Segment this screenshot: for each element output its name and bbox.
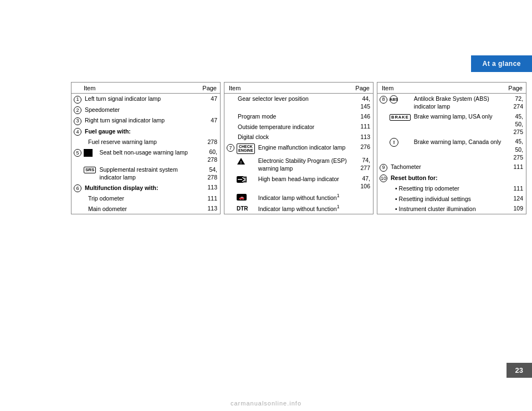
row-num-7: 7 (227, 144, 234, 152)
table-row: 5 Seat belt non-usage warning lamp 60,27… (71, 147, 221, 165)
row6trip-page: 111 (199, 193, 220, 203)
table3-page-header: Page (505, 83, 526, 94)
tables-wrapper: Item Page 1 Left turn signal indicator l… (71, 82, 526, 214)
t2r8-page (352, 192, 373, 203)
row6main-item: Main odometer (83, 204, 199, 214)
table-row: 1 Left turn signal indicator lamp 47 (71, 94, 221, 105)
row2-item: Speedometer (83, 105, 199, 116)
t2r3-item: Outside temperature indicator (236, 122, 352, 132)
srs-icon: SRS (84, 167, 96, 173)
table-row: Outside temperature indicator 111 (224, 122, 374, 132)
table-row: BRAKE Brake warning lamp, USA only 45,50… (377, 111, 526, 137)
row6trip-item: Trip odometer (83, 193, 199, 203)
row-num-4: 4 (74, 128, 81, 136)
table-2: Item Page Gear selector lever position 4… (224, 82, 374, 214)
table-row: 2 Speedometer (71, 105, 221, 116)
t2r1-item: Gear selector lever position (236, 94, 352, 112)
row1-page: 47 (199, 94, 220, 105)
brake-badge-usa: BRAKE (390, 114, 411, 121)
table-row: 7 CHECKENGINE Engine malfunction indicat… (224, 142, 374, 156)
row4-page (199, 126, 220, 137)
table-row: 8 ABS Antilock Brake System (ABS) indica… (377, 94, 526, 112)
abs-icon: ABS (390, 95, 398, 104)
svg-text:🚗: 🚗 (239, 194, 244, 200)
row4sub-page: 278 (199, 137, 220, 147)
row1-item: Left turn signal indicator lamp (83, 94, 199, 105)
car-icon: 🚗 (237, 194, 247, 201)
t3r6-item: • Resetting trip odometer (388, 183, 505, 193)
t3r3-item: Brake warning lamp, Canada only (412, 137, 505, 162)
t3r4-page: 111 (505, 162, 526, 173)
table-3: Item Page 8 ABS Antilock Brake System (A… (377, 82, 526, 214)
row-num-10: 10 (380, 174, 387, 182)
row5srs-item: Supplemental restraint system indicator … (97, 165, 199, 183)
row-num-3: 3 (74, 117, 81, 125)
table-row: 4 Fuel gauge with: (71, 126, 221, 137)
table-row: DTR Indicator lamp without function1 (224, 203, 374, 214)
t2r7-page: 47,106 (352, 174, 373, 192)
row5-page: 60,278 (199, 147, 220, 165)
table1-item-header: Item (71, 83, 200, 94)
seatbelt-icon (84, 149, 93, 157)
t3r1-item: Antilock Brake System (ABS) indicator la… (412, 94, 505, 112)
t3r4-item: Tachometer (388, 162, 505, 173)
table2-item-header: Item (224, 83, 352, 94)
row2-page (199, 105, 220, 116)
t2r4-page: 113 (352, 132, 373, 142)
table2-page-header: Page (352, 83, 373, 94)
t2r2-item: Program mode (236, 111, 352, 122)
t3r3-page: 45,50,275 (505, 137, 526, 162)
dtr-badge: DTR (237, 206, 248, 212)
row6main-page: 113 (199, 204, 220, 214)
row-num-6: 6 (74, 184, 81, 192)
row5-item: Seat belt non-usage warning lamp (97, 147, 199, 165)
table-row: 🚗 Indicator lamp without function1 (224, 192, 374, 203)
t3r5-page (505, 173, 526, 184)
table-row: SRS Supplemental restraint system indica… (71, 165, 221, 183)
table-row: Program mode 146 (224, 111, 374, 122)
t2r6-item: Electronic Stability Program (ESP) warni… (256, 156, 352, 174)
t2r4-item: Digital clock (236, 132, 352, 142)
highbeam-icon (237, 176, 247, 183)
table-row: 6 Multifunction display with: 113 (71, 183, 221, 194)
table-row: Fuel reserve warning lamp 278 (71, 137, 221, 147)
page-number: 23 (507, 363, 532, 378)
table-row: ! Electronic Stability Program (ESP) war… (224, 156, 374, 174)
row-num-2: 2 (74, 106, 81, 114)
t3r1-page: 72,274 (505, 94, 526, 112)
t2r8-item: Indicator lamp without function1 (256, 192, 352, 203)
row-num-5: 5 (74, 149, 81, 157)
row-num-1: 1 (74, 96, 81, 104)
t3r7-item: • Resetting individual settings (388, 194, 505, 204)
svg-text:!: ! (241, 161, 242, 165)
t3r5-item: Reset button for: (388, 173, 505, 184)
table-row: • Resetting individual settings 124 (377, 194, 526, 204)
row5srs-page: 54,278 (199, 165, 220, 183)
table-row: • Resetting trip odometer 111 (377, 183, 526, 193)
row4-item: Fuel gauge with: (83, 126, 199, 137)
t3r2-item: Brake warning lamp, USA only (412, 111, 505, 137)
table-row: ! Brake warning lamp, Canada only 45,50,… (377, 137, 526, 162)
row-num-9: 9 (380, 164, 387, 172)
row3-page: 47 (199, 115, 220, 126)
t2r6-page: 74,277 (352, 156, 373, 174)
row3-item: Right turn signal indicator lamp (83, 115, 199, 126)
t2r1-page: 44,145 (352, 94, 373, 112)
table-row: • Instrument cluster illumination 109 (377, 204, 526, 214)
t3r2-page: 45,50,275 (505, 111, 526, 137)
row4sub-item: Fuel reserve warning lamp (83, 137, 199, 147)
watermark: carmanualsonline.info (231, 400, 301, 407)
table3-item-header: Item (377, 83, 505, 94)
t2r9-page (352, 203, 373, 214)
row6-item: Multifunction display with: (83, 183, 199, 194)
t2r5-page: 276 (352, 142, 373, 156)
row6-page: 113 (199, 183, 220, 194)
at-a-glance-tab: At a glance (471, 55, 532, 72)
table-row: Trip odometer 111 (71, 193, 221, 203)
table-row: 3 Right turn signal indicator lamp 47 (71, 115, 221, 126)
t2r3-page: 111 (352, 122, 373, 132)
table-row: Main odometer 113 (71, 204, 221, 214)
table-row: High beam head-lamp indicator 47,106 (224, 174, 374, 192)
t3r8-page: 109 (505, 204, 526, 214)
t3r7-page: 124 (505, 194, 526, 204)
